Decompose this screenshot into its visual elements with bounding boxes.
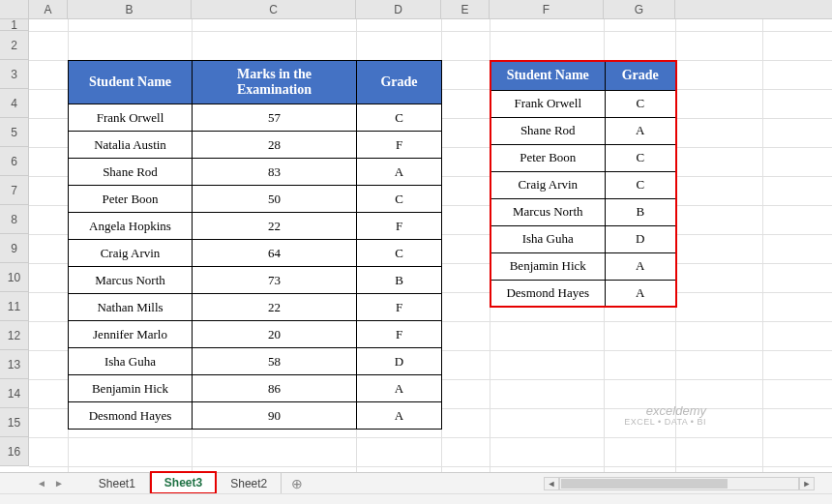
cell-grade[interactable]: F bbox=[357, 213, 442, 240]
cell-grade[interactable]: A bbox=[357, 375, 442, 402]
tab-nav-next-icon[interactable]: ► bbox=[52, 476, 66, 490]
cell-name[interactable]: Nathan Mills bbox=[69, 294, 193, 321]
cell-marks[interactable]: 73 bbox=[193, 267, 357, 294]
cell-grade[interactable]: F bbox=[357, 132, 442, 159]
sheet-tab-sheet2[interactable]: Sheet2 bbox=[217, 473, 282, 494]
th-grade[interactable]: Grade bbox=[357, 61, 442, 104]
cell-marks[interactable]: 22 bbox=[193, 213, 357, 240]
cell-name[interactable]: Shane Rod bbox=[490, 117, 605, 144]
row-header-16[interactable]: 16 bbox=[0, 437, 29, 466]
cell-name[interactable]: Angela Hopkins bbox=[69, 213, 193, 240]
scroll-left-icon[interactable]: ◄ bbox=[544, 477, 559, 490]
cell-grade[interactable]: C bbox=[605, 171, 676, 198]
cell-name[interactable]: Benjamin Hick bbox=[490, 252, 605, 280]
table-row[interactable]: Nathan Mills22F bbox=[69, 294, 442, 321]
row-header-7[interactable]: 7 bbox=[0, 176, 29, 205]
table-row[interactable]: Angela Hopkins22F bbox=[69, 213, 442, 240]
row-header-3[interactable]: 3 bbox=[0, 60, 29, 89]
cell-marks[interactable]: 50 bbox=[193, 186, 357, 213]
cell-grade[interactable]: D bbox=[605, 225, 676, 252]
cell-grade[interactable]: C bbox=[357, 240, 442, 267]
table-row[interactable]: Marcus NorthB bbox=[490, 198, 676, 225]
cell-grade[interactable]: D bbox=[357, 348, 442, 375]
table-row[interactable]: Shane RodA bbox=[490, 117, 676, 144]
table-row[interactable]: Benjamin HickA bbox=[490, 252, 676, 280]
scroll-right-icon[interactable]: ► bbox=[799, 477, 815, 490]
table-row[interactable]: Jennifer Marlo20F bbox=[69, 321, 442, 348]
row-header-5[interactable]: 5 bbox=[0, 118, 29, 147]
row-header-1[interactable]: 1 bbox=[0, 19, 29, 31]
select-all-corner[interactable] bbox=[0, 0, 29, 19]
table-row[interactable]: Craig ArvinC bbox=[490, 171, 676, 198]
cell-grade[interactable]: F bbox=[357, 321, 442, 348]
table-row[interactable]: Peter BoonC bbox=[490, 144, 676, 171]
cell-grade[interactable]: B bbox=[357, 267, 442, 294]
row-header-2[interactable]: 2 bbox=[0, 31, 29, 60]
cell-marks[interactable]: 57 bbox=[193, 104, 357, 132]
tab-nav-prev-icon[interactable]: ◄ bbox=[35, 476, 48, 490]
cell-name[interactable]: Isha Guha bbox=[69, 348, 193, 375]
col-header-C[interactable]: C bbox=[192, 0, 356, 18]
cell-grade[interactable]: A bbox=[605, 280, 676, 307]
table-row[interactable]: Benjamin Hick86A bbox=[69, 375, 442, 402]
cell-grade[interactable]: A bbox=[357, 159, 442, 186]
col-header-B[interactable]: B bbox=[68, 0, 192, 18]
cell-marks[interactable]: 28 bbox=[193, 132, 357, 159]
row-header-9[interactable]: 9 bbox=[0, 234, 29, 263]
cell-grade[interactable]: F bbox=[357, 294, 442, 321]
th-student-name[interactable]: Student Name bbox=[69, 61, 193, 104]
cell-name[interactable]: Desmond Hayes bbox=[69, 402, 193, 430]
cell-marks[interactable]: 83 bbox=[193, 159, 357, 186]
row-header-14[interactable]: 14 bbox=[0, 379, 29, 408]
row-header-13[interactable]: 13 bbox=[0, 350, 29, 379]
cells-area[interactable]: Student Name Marks in the Examination Gr… bbox=[29, 19, 832, 474]
horizontal-scrollbar[interactable]: ◄ ► bbox=[544, 474, 815, 493]
th-marks[interactable]: Marks in the Examination bbox=[193, 61, 357, 104]
th2-student-name[interactable]: Student Name bbox=[490, 61, 605, 90]
col-header-G[interactable]: G bbox=[604, 0, 675, 18]
cell-marks[interactable]: 90 bbox=[193, 402, 357, 430]
add-sheet-button[interactable]: ⊕ bbox=[282, 473, 312, 494]
table-row[interactable]: Desmond HayesA bbox=[490, 280, 676, 307]
cell-grade[interactable]: C bbox=[605, 90, 676, 117]
cell-name[interactable]: Craig Arvin bbox=[490, 171, 605, 198]
table-row[interactable]: Frank Orwell57C bbox=[69, 104, 442, 132]
table-row[interactable]: Isha Guha58D bbox=[69, 348, 442, 375]
col-header-D[interactable]: D bbox=[356, 0, 441, 18]
table-row[interactable]: Desmond Hayes90A bbox=[69, 402, 442, 430]
sheet-tab-sheet3[interactable]: Sheet3 bbox=[150, 471, 217, 494]
cell-name[interactable]: Isha Guha bbox=[490, 225, 605, 252]
table-row[interactable]: Marcus North73B bbox=[69, 267, 442, 294]
col-header-A[interactable]: A bbox=[29, 0, 68, 18]
cell-marks[interactable]: 58 bbox=[193, 348, 357, 375]
cell-name[interactable]: Craig Arvin bbox=[69, 240, 193, 267]
cell-name[interactable]: Peter Boon bbox=[69, 186, 193, 213]
scroll-thumb[interactable] bbox=[561, 479, 728, 489]
row-header-6[interactable]: 6 bbox=[0, 147, 29, 176]
col-header-E[interactable]: E bbox=[441, 0, 490, 18]
cell-name[interactable]: Jennifer Marlo bbox=[69, 321, 193, 348]
cell-name[interactable]: Marcus North bbox=[69, 267, 193, 294]
cell-marks[interactable]: 86 bbox=[193, 375, 357, 402]
th2-grade[interactable]: Grade bbox=[605, 61, 676, 90]
scroll-track[interactable] bbox=[559, 477, 799, 490]
table-row[interactable]: Craig Arvin64C bbox=[69, 240, 442, 267]
row-header-10[interactable]: 10 bbox=[0, 263, 29, 292]
cell-grade[interactable]: B bbox=[605, 198, 676, 225]
cell-grade[interactable]: A bbox=[357, 402, 442, 430]
table-row[interactable]: Peter Boon50C bbox=[69, 186, 442, 213]
cell-grade[interactable]: A bbox=[605, 117, 676, 144]
table-students-full[interactable]: Student Name Marks in the Examination Gr… bbox=[68, 60, 442, 430]
cell-marks[interactable]: 20 bbox=[193, 321, 357, 348]
row-header-4[interactable]: 4 bbox=[0, 89, 29, 118]
table-row[interactable]: Shane Rod83A bbox=[69, 159, 442, 186]
table-students-filtered[interactable]: Student Name Grade Frank OrwellCShane Ro… bbox=[490, 60, 677, 308]
cell-marks[interactable]: 22 bbox=[193, 294, 357, 321]
col-header-F[interactable]: F bbox=[490, 0, 604, 18]
cell-name[interactable]: Natalia Austin bbox=[69, 132, 193, 159]
cell-grade[interactable]: C bbox=[357, 104, 442, 132]
row-header-12[interactable]: 12 bbox=[0, 321, 29, 350]
cell-grade[interactable]: A bbox=[605, 252, 676, 280]
cell-name[interactable]: Marcus North bbox=[490, 198, 605, 225]
cell-marks[interactable]: 64 bbox=[193, 240, 357, 267]
